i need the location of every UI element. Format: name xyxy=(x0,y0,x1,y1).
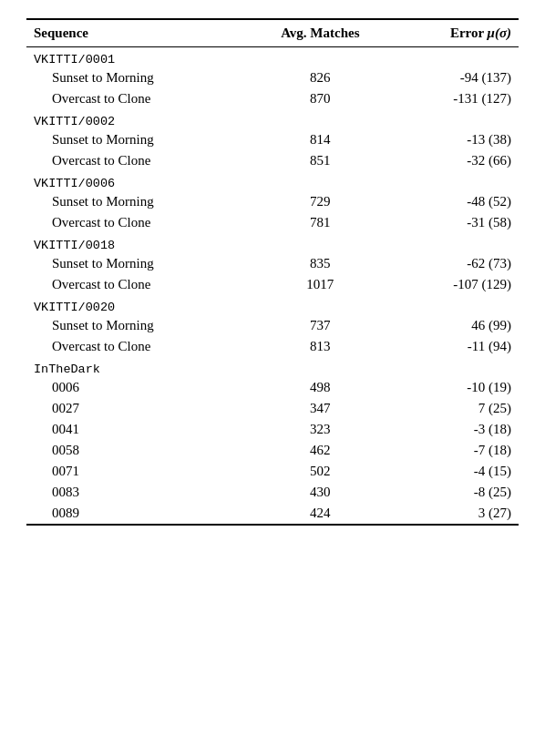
section-label-vkitti-0001: VKITTI/0001 xyxy=(26,47,519,68)
table-header-row: Sequence Avg. Matches Error μ(σ) xyxy=(26,20,519,47)
header-sequence: Sequence xyxy=(26,20,244,47)
cell-sequence: 0083 xyxy=(26,482,244,503)
table-row: 00894243 (27) xyxy=(26,503,519,524)
section-label-vkitti-0002: VKITTI/0002 xyxy=(26,109,519,129)
table-row: 00273477 (25) xyxy=(26,398,519,419)
cell-sequence: 0041 xyxy=(26,419,244,440)
cell-sequence: Sunset to Morning xyxy=(26,191,244,212)
table-row: Sunset to Morning814-13 (38) xyxy=(26,129,519,150)
cell-avg-matches: 347 xyxy=(244,398,396,419)
cell-avg-matches: 424 xyxy=(244,503,396,524)
cell-error: -4 (15) xyxy=(396,461,519,482)
table-row: Overcast to Clone1017-107 (129) xyxy=(26,274,519,295)
cell-avg-matches: 729 xyxy=(244,191,396,212)
cell-avg-matches: 430 xyxy=(244,482,396,503)
cell-avg-matches: 737 xyxy=(244,315,396,336)
cell-error: -13 (38) xyxy=(396,129,519,150)
table-row: 0058462-7 (18) xyxy=(26,440,519,461)
cell-avg-matches: 826 xyxy=(244,67,396,88)
cell-sequence: Sunset to Morning xyxy=(26,129,244,150)
cell-error: -32 (66) xyxy=(396,150,519,171)
section-label-vkitti-0006: VKITTI/0006 xyxy=(26,171,519,191)
cell-sequence: Sunset to Morning xyxy=(26,253,244,274)
cell-error: -10 (19) xyxy=(396,377,519,398)
table-row: Sunset to Morning835-62 (73) xyxy=(26,253,519,274)
cell-avg-matches: 870 xyxy=(244,88,396,109)
header-avg-matches: Avg. Matches xyxy=(244,20,396,47)
cell-error: 3 (27) xyxy=(396,503,519,524)
table-row: 0041323-3 (18) xyxy=(26,419,519,440)
cell-error: -8 (25) xyxy=(396,482,519,503)
cell-avg-matches: 1017 xyxy=(244,274,396,295)
table-row: 0071502-4 (15) xyxy=(26,461,519,482)
cell-error: -131 (127) xyxy=(396,88,519,109)
section-header-vkitti-0006: VKITTI/0006 xyxy=(26,171,519,191)
cell-sequence: Sunset to Morning xyxy=(26,67,244,88)
data-table: Sequence Avg. Matches Error μ(σ) VKITTI/… xyxy=(26,18,519,526)
cell-avg-matches: 813 xyxy=(244,336,396,357)
section-header-vkitti-0020: VKITTI/0020 xyxy=(26,295,519,315)
section-header-vkitti-0002: VKITTI/0002 xyxy=(26,109,519,129)
section-header-vkitti-0018: VKITTI/0018 xyxy=(26,233,519,253)
cell-error: -3 (18) xyxy=(396,419,519,440)
cell-sequence: 0027 xyxy=(26,398,244,419)
cell-avg-matches: 498 xyxy=(244,377,396,398)
cell-avg-matches: 462 xyxy=(244,440,396,461)
cell-avg-matches: 502 xyxy=(244,461,396,482)
cell-error: -107 (129) xyxy=(396,274,519,295)
cell-sequence: 0006 xyxy=(26,377,244,398)
section-label-vkitti-0018: VKITTI/0018 xyxy=(26,233,519,253)
cell-sequence: 0058 xyxy=(26,440,244,461)
table-row: Sunset to Morning73746 (99) xyxy=(26,315,519,336)
cell-error: -11 (94) xyxy=(396,336,519,357)
table-row: Overcast to Clone781-31 (58) xyxy=(26,212,519,233)
section-header-inthedark: InTheDark xyxy=(26,357,519,377)
cell-sequence: Overcast to Clone xyxy=(26,336,244,357)
section-label-inthedark: InTheDark xyxy=(26,357,519,377)
cell-error: -48 (52) xyxy=(396,191,519,212)
table-row: Sunset to Morning826-94 (137) xyxy=(26,67,519,88)
cell-sequence: Overcast to Clone xyxy=(26,88,244,109)
cell-sequence: Sunset to Morning xyxy=(26,315,244,336)
cell-error: -31 (58) xyxy=(396,212,519,233)
cell-error: 7 (25) xyxy=(396,398,519,419)
cell-sequence: Overcast to Clone xyxy=(26,150,244,171)
table-row: 0083430-8 (25) xyxy=(26,482,519,503)
table-row: 0006498-10 (19) xyxy=(26,377,519,398)
cell-error: 46 (99) xyxy=(396,315,519,336)
cell-sequence: Overcast to Clone xyxy=(26,212,244,233)
cell-sequence: Overcast to Clone xyxy=(26,274,244,295)
cell-error: -62 (73) xyxy=(396,253,519,274)
cell-avg-matches: 851 xyxy=(244,150,396,171)
header-error: Error μ(σ) xyxy=(396,20,519,47)
cell-sequence: 0071 xyxy=(26,461,244,482)
cell-avg-matches: 835 xyxy=(244,253,396,274)
cell-error: -7 (18) xyxy=(396,440,519,461)
table-row: Overcast to Clone870-131 (127) xyxy=(26,88,519,109)
cell-avg-matches: 781 xyxy=(244,212,396,233)
cell-avg-matches: 814 xyxy=(244,129,396,150)
section-header-vkitti-0001: VKITTI/0001 xyxy=(26,47,519,68)
section-label-vkitti-0020: VKITTI/0020 xyxy=(26,295,519,315)
cell-error: -94 (137) xyxy=(396,67,519,88)
table-row: Overcast to Clone851-32 (66) xyxy=(26,150,519,171)
cell-avg-matches: 323 xyxy=(244,419,396,440)
table-row: Sunset to Morning729-48 (52) xyxy=(26,191,519,212)
table-row: Overcast to Clone813-11 (94) xyxy=(26,336,519,357)
cell-sequence: 0089 xyxy=(26,503,244,524)
